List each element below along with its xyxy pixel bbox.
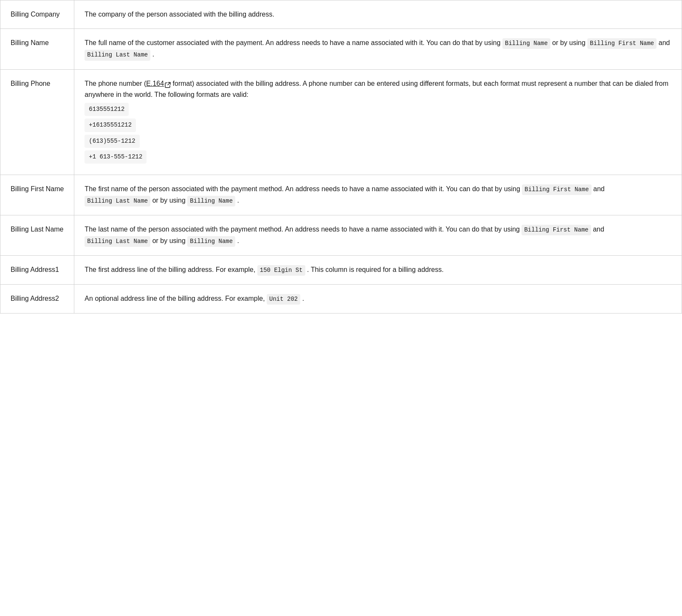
description-text: or by using [550,39,587,46]
code-block: +16135551212 [85,119,136,132]
description-text: The first address line of the billing ad… [85,266,257,273]
code-inline: Unit 202 [267,294,300,305]
field-label: Billing Address2 [0,285,74,314]
code-block: (613)555-1212 [85,135,139,148]
description-text: . [235,237,239,244]
table-row: Billing Address2An optional address line… [0,285,682,314]
description-text: . [300,295,304,302]
field-description: The full name of the customer associated… [74,29,682,69]
description-text: or by using [150,237,187,244]
description-text: The phone number ( [85,80,146,87]
field-description: The phone number (E.164 format) associat… [74,69,682,175]
description-text: The full name of the customer associated… [85,39,502,46]
field-label: Billing Company [0,0,74,29]
description-text: and [657,39,670,46]
table-row: Billing First NameThe first name of the … [0,175,682,215]
field-description: The company of the person associated wit… [74,0,682,29]
description-text: The first name of the person associated … [85,185,522,192]
code-inline: Billing Name [502,38,550,49]
external-link[interactable]: E.164 [146,80,164,87]
table-row: Billing Last NameThe last name of the pe… [0,215,682,255]
field-label: Billing First Name [0,175,74,215]
documentation-table: Billing CompanyThe company of the person… [0,0,682,314]
field-label: Billing Name [0,29,74,69]
description-text: and [591,226,604,233]
code-block: 6135551212 [85,103,129,116]
field-description: An optional address line of the billing … [74,285,682,314]
description-text: . [235,197,239,204]
description-text: . This column is required for a billing … [305,266,444,273]
field-description: The last name of the person associated w… [74,215,682,255]
description-text: . [150,51,154,58]
code-inline: Billing Last Name [85,236,150,247]
description-text: or by using [150,197,187,204]
code-inline: Billing First Name [587,38,657,49]
code-block: +1 613-555-1212 [85,150,147,164]
code-inline: Billing First Name [521,225,591,235]
billing-fields-table: Billing CompanyThe company of the person… [0,0,682,314]
external-link-icon [165,80,171,86]
field-description: The first name of the person associated … [74,175,682,215]
description-text: The last name of the person associated w… [85,226,521,233]
code-inline: Billing Name [187,236,235,247]
code-inline: 150 Elgin St [257,265,305,276]
table-row: Billing Address1The first address line o… [0,256,682,285]
field-description: The first address line of the billing ad… [74,256,682,285]
code-inline: Billing Name [187,196,235,206]
table-row: Billing PhoneThe phone number (E.164 for… [0,69,682,175]
description-text: An optional address line of the billing … [85,295,267,302]
field-label: Billing Address1 [0,256,74,285]
description-text: format) associated with the billing addr… [85,80,668,98]
field-label: Billing Last Name [0,215,74,255]
field-label: Billing Phone [0,69,74,175]
description-text: and [592,185,605,192]
code-inline: Billing First Name [522,184,591,195]
code-inline: Billing Last Name [85,196,150,206]
table-row: Billing CompanyThe company of the person… [0,0,682,29]
description-text: The company of the person associated wit… [85,11,274,18]
code-inline: Billing Last Name [85,50,150,60]
table-row: Billing NameThe full name of the custome… [0,29,682,69]
